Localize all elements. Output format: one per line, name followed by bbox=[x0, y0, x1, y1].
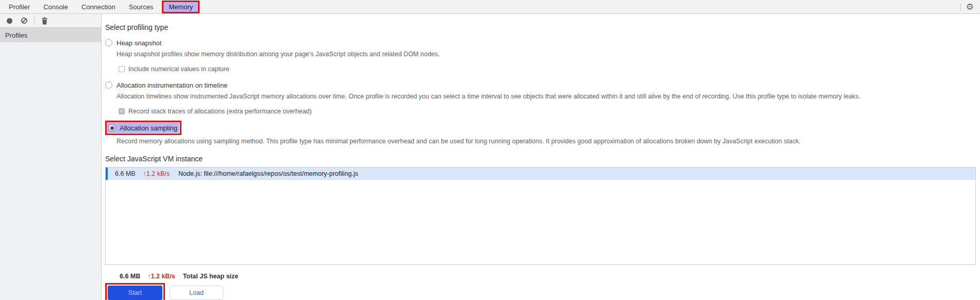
load-button[interactable]: Load bbox=[170, 286, 223, 300]
tab-console[interactable]: Console bbox=[37, 1, 75, 13]
vm-instance-row[interactable]: 6.6 MB ↑1.2 kB/s Node.js: file:///home/r… bbox=[106, 168, 975, 180]
radio-heap-snapshot[interactable]: Heap snapshot bbox=[105, 38, 976, 47]
vm-instance-name: Node.js: file:///home/rafaelgss/repos/os… bbox=[178, 170, 358, 177]
checkbox-checked-icon bbox=[119, 108, 125, 114]
trash-icon[interactable] bbox=[40, 16, 48, 25]
vm-instance-list: 6.6 MB ↑1.2 kB/s Node.js: file:///home/r… bbox=[105, 167, 976, 265]
annotation-box-start-button: Start bbox=[105, 283, 165, 300]
record-icon[interactable] bbox=[5, 16, 13, 25]
checkbox-label: Include numerical values in capture bbox=[128, 65, 229, 73]
profiling-type-heading: Select profiling type bbox=[105, 23, 976, 32]
total-heap-size: 6.6 MB bbox=[120, 273, 140, 280]
devtools-window: Profiler Console Connection Sources Memo… bbox=[0, 0, 980, 300]
checkbox-icon bbox=[119, 66, 125, 72]
tabbar: Profiler Console Connection Sources Memo… bbox=[0, 0, 980, 14]
radio-icon bbox=[105, 81, 112, 89]
toolbar-divider bbox=[960, 3, 961, 11]
annotation-box-allocation-sampling: Allocation sampling bbox=[105, 121, 181, 135]
option-label: Allocation instrumentation on timeline bbox=[117, 81, 227, 89]
start-button[interactable]: Start bbox=[108, 286, 162, 300]
radio-selected-icon bbox=[108, 124, 115, 131]
radio-allocation-sampling[interactable]: Allocation sampling bbox=[107, 123, 179, 133]
option-label: Allocation sampling bbox=[120, 124, 177, 132]
radio-allocation-timeline[interactable]: Allocation instrumentation on timeline bbox=[105, 80, 976, 90]
tab-profiler[interactable]: Profiler bbox=[2, 1, 37, 13]
option-description: Allocation timelines show instrumented J… bbox=[117, 92, 976, 101]
tab-connection[interactable]: Connection bbox=[75, 1, 122, 13]
radio-icon bbox=[105, 39, 112, 46]
total-allocation-rate: ↑1.2 kB/s bbox=[147, 273, 175, 280]
profiler-toolbar bbox=[0, 14, 101, 28]
option-description: Record memory allocations using sampling… bbox=[117, 137, 976, 145]
heap-total-row: 6.6 MB ↑1.2 kB/s Total JS heap size bbox=[120, 273, 976, 280]
tab-memory[interactable]: Memory bbox=[163, 2, 198, 12]
option-allocation-sampling: Allocation sampling Record memory alloca… bbox=[105, 115, 976, 145]
sidebar-item-profiles[interactable]: Profiles bbox=[0, 28, 101, 42]
checkbox-label: Record stack traces of allocations (extr… bbox=[128, 108, 312, 115]
tabbar-right: ⚙ bbox=[955, 3, 980, 11]
option-allocation-timeline: Allocation instrumentation on timeline A… bbox=[105, 80, 976, 115]
action-buttons: Start Load bbox=[105, 283, 976, 300]
memory-panel: Select profiling type Heap snapshot Heap… bbox=[102, 14, 980, 300]
vm-allocation-rate: ↑1.2 kB/s bbox=[143, 170, 170, 177]
checkbox-record-stack-traces[interactable]: Record stack traces of allocations (extr… bbox=[119, 107, 976, 115]
total-heap-label: Total JS heap size bbox=[183, 273, 238, 280]
clear-icon[interactable] bbox=[20, 16, 28, 25]
vm-instance-heading: Select JavaScript VM instance bbox=[105, 154, 976, 163]
vm-heap-size: 6.6 MB bbox=[115, 170, 136, 177]
sidebar: Profiles bbox=[0, 14, 102, 300]
tab-sources[interactable]: Sources bbox=[122, 1, 160, 13]
annotation-box-memory-tab: Memory bbox=[162, 1, 200, 13]
option-label: Heap snapshot bbox=[117, 39, 161, 47]
checkbox-include-numerical-values[interactable]: Include numerical values in capture bbox=[119, 65, 976, 73]
option-description: Heap snapshot profiles show memory distr… bbox=[117, 50, 976, 58]
gear-icon[interactable]: ⚙ bbox=[966, 3, 974, 11]
toolbar-separator bbox=[34, 17, 35, 25]
option-heap-snapshot: Heap snapshot Heap snapshot profiles sho… bbox=[105, 38, 976, 73]
sidebar-body bbox=[0, 42, 101, 300]
